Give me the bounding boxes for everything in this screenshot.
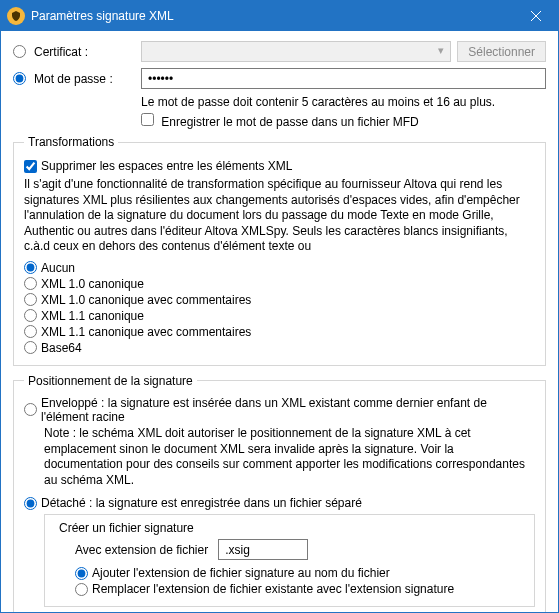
save-password-label: Enregistrer le mot de passe dans un fich…	[161, 115, 418, 129]
transform-option-base64[interactable]: Base64	[24, 341, 535, 355]
titlebar: Paramètres signature XML	[1, 1, 558, 31]
replace-ext-radio[interactable]	[75, 583, 88, 596]
select-certificate-button[interactable]: Sélectionner	[457, 41, 546, 62]
save-password-checkbox-row[interactable]: Enregistrer le mot de passe dans un fich…	[141, 113, 419, 129]
append-ext-radio[interactable]	[75, 567, 88, 580]
enveloped-label: Enveloppé : la signature est insérée dan…	[41, 396, 535, 424]
password-hint: Le mot de passe doit contenir 5 caractèr…	[141, 95, 546, 109]
strip-whitespace-label: Supprimer les espaces entre les éléments…	[41, 159, 292, 173]
append-ext-row[interactable]: Ajouter l'extension de fichier signature…	[75, 566, 524, 580]
certificate-label: Certificat :	[34, 45, 88, 59]
replace-ext-row[interactable]: Remplacer l'extension de fichier existan…	[75, 582, 524, 596]
window-title: Paramètres signature XML	[31, 9, 513, 23]
save-password-checkbox[interactable]	[141, 113, 154, 126]
enveloped-note: Note : le schéma XML doit autoriser le p…	[44, 426, 535, 488]
transformations-description: Il s'agit d'une fonctionnalité de transf…	[24, 177, 535, 255]
dialog-content: Certificat : Sélectionner Mot de passe :…	[1, 31, 558, 613]
replace-ext-label: Remplacer l'extension de fichier existan…	[92, 582, 454, 596]
extension-label: Avec extension de fichier	[75, 543, 208, 557]
enveloped-radio[interactable]	[24, 403, 37, 416]
close-button[interactable]	[513, 1, 558, 31]
transform-option-xml11[interactable]: XML 1.1 canonique	[24, 309, 535, 323]
strip-whitespace-row[interactable]: Supprimer les espaces entre les éléments…	[24, 159, 535, 173]
detached-radio-row[interactable]: Détaché : la signature est enregistrée d…	[24, 496, 535, 510]
app-icon	[7, 7, 25, 25]
create-signature-file-group: Créer un fichier signature Avec extensio…	[44, 514, 535, 607]
transform-option-xml11-comments[interactable]: XML 1.1 canonique avec commentaires	[24, 325, 535, 339]
append-ext-label: Ajouter l'extension de fichier signature…	[92, 566, 390, 580]
placement-group: Positionnement de la signature Enveloppé…	[13, 374, 546, 613]
detached-label: Détaché : la signature est enregistrée d…	[41, 496, 362, 510]
certificate-radio[interactable]	[13, 45, 26, 58]
transformations-legend: Transformations	[24, 135, 118, 149]
password-radio[interactable]	[13, 72, 26, 85]
enveloped-radio-row[interactable]: Enveloppé : la signature est insérée dan…	[24, 396, 535, 424]
create-signature-file-legend: Créer un fichier signature	[55, 521, 198, 535]
transformations-group: Transformations Supprimer les espaces en…	[13, 135, 546, 366]
password-label: Mot de passe :	[34, 72, 113, 86]
certificate-radio-row[interactable]: Certificat :	[13, 45, 141, 59]
transform-option-aucun[interactable]: Aucun	[24, 261, 535, 275]
certificate-combo[interactable]	[141, 41, 451, 62]
strip-whitespace-checkbox[interactable]	[24, 160, 37, 173]
password-input[interactable]	[141, 68, 546, 89]
transform-option-xml10[interactable]: XML 1.0 canonique	[24, 277, 535, 291]
detached-radio[interactable]	[24, 497, 37, 510]
password-radio-row[interactable]: Mot de passe :	[13, 72, 141, 86]
extension-input[interactable]	[218, 539, 308, 560]
transform-option-xml10-comments[interactable]: XML 1.0 canonique avec commentaires	[24, 293, 535, 307]
placement-legend: Positionnement de la signature	[24, 374, 197, 388]
